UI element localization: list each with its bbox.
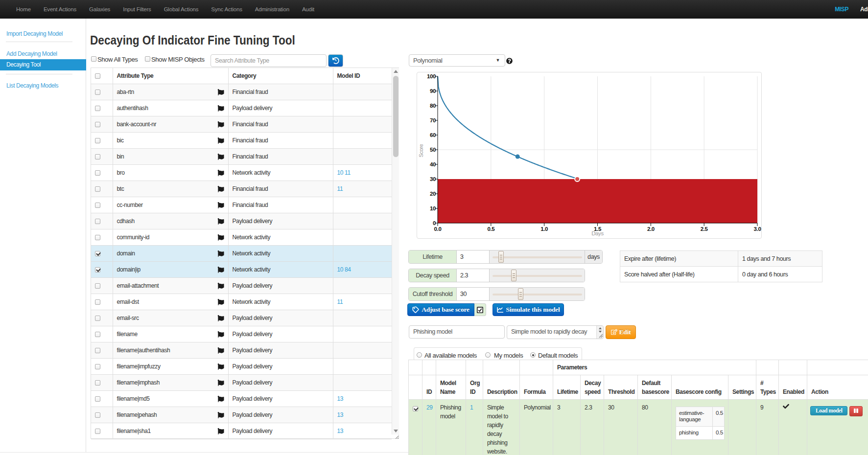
svg-text:Days: Days — [591, 230, 604, 236]
svg-text:2.5: 2.5 — [701, 226, 708, 232]
svg-text:40: 40 — [430, 161, 436, 167]
svg-text:80: 80 — [430, 103, 436, 109]
svg-text:20: 20 — [430, 191, 436, 197]
svg-text:0: 0 — [433, 220, 436, 226]
svg-text:Score: Score — [418, 144, 424, 157]
svg-text:90: 90 — [430, 88, 436, 94]
svg-text:2.0: 2.0 — [647, 226, 655, 232]
svg-text:0.5: 0.5 — [487, 226, 495, 232]
svg-text:100: 100 — [427, 73, 436, 79]
svg-text:1.0: 1.0 — [540, 226, 548, 232]
svg-text:10: 10 — [430, 205, 436, 211]
svg-text:30: 30 — [430, 176, 436, 182]
svg-text:60: 60 — [430, 132, 436, 138]
svg-text:3.0: 3.0 — [754, 226, 761, 232]
svg-text:70: 70 — [430, 117, 436, 123]
svg-text:0.0: 0.0 — [434, 226, 442, 232]
svg-text:50: 50 — [430, 147, 436, 153]
